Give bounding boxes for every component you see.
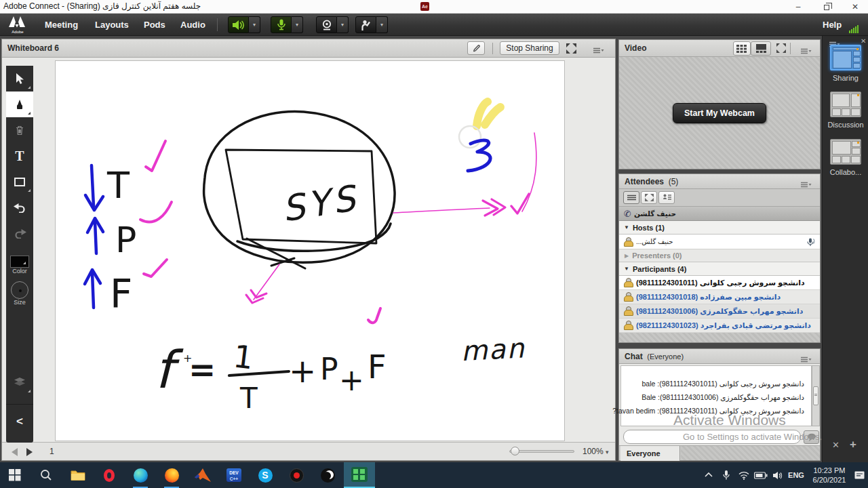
stamp-tool-button[interactable] [6, 369, 33, 395]
participants-section-header[interactable]: ▼ Participants (4) [619, 262, 820, 276]
video-fullscreen-button[interactable] [776, 43, 786, 56]
color-swatch[interactable] [10, 256, 29, 268]
breakout-view-button[interactable] [641, 191, 657, 204]
opera-icon[interactable] [94, 462, 124, 488]
participant-row[interactable]: دانشجو مرتضی قبادی بفراجرد (982111243010… [619, 319, 820, 333]
size-picker[interactable]: Size [6, 281, 33, 306]
chat-send-button[interactable] [804, 430, 819, 444]
video-filmstrip-view-button[interactable] [751, 41, 771, 56]
chat-scrollbar[interactable] [812, 365, 820, 426]
start-button[interactable] [0, 462, 30, 488]
dev-cpp-icon[interactable]: DEVC++ [219, 462, 249, 488]
presenters-section-header[interactable]: ▶ Presenters (0) [619, 249, 820, 262]
video-grid-view-button[interactable] [733, 41, 751, 56]
text-tool-button[interactable]: T [6, 143, 33, 169]
tray-chevron-button[interactable] [700, 462, 717, 488]
size-label: Size [6, 299, 33, 306]
next-page-button[interactable] [26, 448, 33, 456]
chat-pod-options-button[interactable] [801, 354, 812, 366]
delete-layout-button[interactable]: ✕ [832, 440, 840, 450]
connection-signal-icon[interactable] [849, 21, 859, 33]
layout-label-collaboration[interactable]: Collabo... [823, 168, 868, 176]
host-row[interactable]: حنیف گلش... [619, 235, 820, 249]
microphone-button[interactable] [271, 16, 292, 33]
stop-sharing-button[interactable]: Stop Sharing [500, 41, 559, 55]
tray-volume-icon[interactable] [769, 462, 787, 488]
tray-wifi-icon[interactable] [735, 462, 753, 488]
grid-view-icon [736, 45, 747, 53]
redo-button[interactable] [6, 220, 33, 246]
undo-button[interactable] [6, 195, 33, 220]
attendee-status-view-button[interactable] [658, 191, 675, 204]
firefox-icon[interactable] [157, 462, 186, 488]
edge-icon[interactable] [125, 462, 155, 488]
chat-input[interactable] [623, 430, 801, 444]
participant-row[interactable]: دانشجو سروش رجبی کلوانی (98111124301011) [619, 276, 820, 290]
marker-icon [15, 99, 24, 110]
shape-tool-button[interactable] [6, 169, 33, 195]
fullscreen-button[interactable] [566, 43, 576, 56]
ink-formula-den: T [239, 382, 258, 415]
layout-thumb-sharing[interactable] [830, 45, 861, 70]
file-explorer-icon[interactable] [63, 462, 93, 488]
layout-thumb-collaboration[interactable] [830, 139, 861, 165]
delete-tool-button[interactable] [6, 117, 33, 143]
tray-battery-icon[interactable] [751, 462, 770, 488]
chat-scrollbar-thumb[interactable] [813, 386, 818, 405]
close-button[interactable]: ✕ [841, 0, 868, 14]
color-picker[interactable]: Color [6, 256, 33, 274]
menu-pods[interactable]: Pods [144, 14, 165, 36]
action-center-button[interactable] [850, 462, 868, 488]
hosts-section-header[interactable]: ▼ Hosts (1) [619, 221, 820, 235]
zoom-level[interactable]: 100% ▾ [583, 447, 609, 456]
chat-message-area[interactable]: دانشجو سروش رجبی کلوانی (98111124301011)… [620, 365, 812, 426]
chat-tab-everyone[interactable]: Everyone [620, 446, 680, 461]
layouts-panel-close-button[interactable]: ✕ [861, 37, 866, 45]
screen-recorder-icon[interactable] [281, 462, 311, 488]
marker-tool-button[interactable] [6, 92, 33, 117]
webcam-button[interactable] [316, 16, 337, 33]
raise-hand-button[interactable] [355, 16, 376, 33]
participant-row[interactable]: دانشجو مبین صفرزاده (98111124301018) [619, 290, 820, 304]
restore-button[interactable] [812, 0, 841, 14]
collapse-toolbar-button[interactable]: < [6, 409, 33, 434]
taskbar-search-button[interactable] [31, 462, 61, 488]
attendee-list-view-button[interactable] [623, 191, 639, 204]
speaker-dropdown[interactable]: ▾ [249, 16, 260, 33]
menu-layouts[interactable]: Layouts [95, 14, 129, 36]
tray-microphone-icon[interactable] [717, 462, 735, 488]
layout-label-discussion[interactable]: Discussion [823, 121, 868, 129]
participant-row[interactable]: دانشجو مهراب حقگوکلمرزی (98111124301006) [619, 304, 820, 319]
pod-options-button[interactable] [593, 45, 604, 57]
minimize-button[interactable]: – [784, 0, 812, 14]
adobe-connect-taskbar-icon[interactable] [344, 462, 375, 488]
firefox-globe [165, 468, 179, 483]
matlab-icon[interactable] [188, 462, 218, 488]
prev-page-button[interactable] [12, 448, 18, 456]
skype-icon[interactable]: S [250, 462, 280, 488]
raise-hand-dropdown[interactable]: ▾ [376, 16, 388, 33]
selection-tool-button[interactable] [6, 66, 33, 92]
participant-name: دانشجو مهراب حقگوکلمرزی (98111124301006) [636, 307, 803, 316]
menu-audio[interactable]: Audio [180, 14, 205, 36]
start-webcam-button[interactable]: Start My Webcam [673, 103, 766, 123]
active-speakers-row[interactable]: ✆ حنیف گلشن [619, 207, 820, 221]
video-pod-options-button[interactable] [801, 45, 812, 58]
microphone-dropdown[interactable]: ▾ [292, 16, 303, 33]
attendees-pod: Attendees (5) ✆ حنیف گلشن [618, 174, 821, 343]
menu-help[interactable]: Help [823, 14, 842, 36]
list-view-icon [627, 195, 636, 201]
tray-language-indicator[interactable]: ENG [785, 462, 807, 488]
photos-app-icon[interactable] [313, 462, 342, 488]
webcam-dropdown[interactable]: ▾ [337, 16, 349, 33]
whiteboard-canvas[interactable]: SYS [55, 60, 565, 441]
add-layout-button[interactable]: + [850, 438, 856, 451]
tray-clock[interactable]: 10:23 PM 6/20/2021 [808, 462, 850, 488]
zoom-slider-knob[interactable] [511, 447, 519, 455]
layout-label-sharing[interactable]: Sharing [823, 74, 868, 82]
draw-mode-button[interactable] [467, 41, 485, 55]
layout-thumb-discussion[interactable] [830, 92, 861, 117]
menu-meeting[interactable]: Meeting [45, 14, 78, 36]
speaker-button[interactable] [228, 16, 249, 33]
ink-var-p: P [115, 220, 136, 260]
